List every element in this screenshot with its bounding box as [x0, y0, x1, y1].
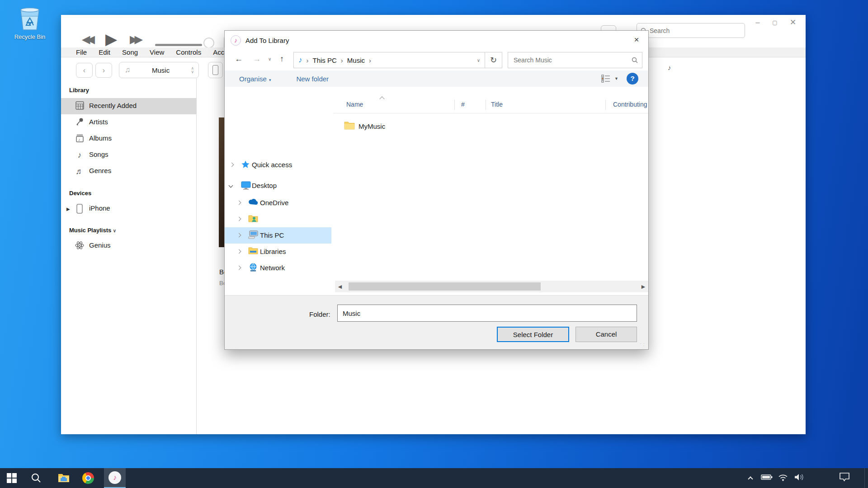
chevron-right-icon[interactable] [237, 217, 241, 221]
nav-forward-icon[interactable]: → [253, 54, 261, 64]
column-number[interactable]: # [461, 101, 465, 108]
column-contributing-artists[interactable]: Contributing artists [613, 101, 648, 108]
select-folder-button[interactable]: Select Folder [497, 327, 569, 342]
music-note-icon: ♫ [125, 66, 131, 75]
scroll-right-icon[interactable]: ▶ [638, 284, 648, 290]
tree-item-network[interactable]: Network [225, 260, 331, 276]
menu-edit[interactable]: Edit [93, 48, 116, 56]
menu-file[interactable]: File [70, 48, 93, 56]
nav-history-chevron-icon[interactable]: ∨ [268, 56, 271, 61]
minimize-button[interactable]: – [750, 17, 765, 28]
new-folder-button[interactable]: New folder [296, 75, 329, 83]
maximize-button[interactable]: ▢ [767, 17, 783, 28]
forward-button[interactable]: › [95, 63, 112, 78]
menu-song[interactable]: Song [116, 48, 144, 56]
tree-item-user-folder[interactable] [225, 211, 331, 227]
music-playlists-header[interactable]: Music Playlists ∨ [69, 227, 116, 234]
dialog-search-input[interactable] [514, 56, 632, 64]
view-dropdown-icon[interactable]: ▼ [614, 76, 618, 81]
address-dropdown-icon[interactable]: ∨ [477, 58, 480, 63]
chevron-down-icon[interactable] [229, 183, 233, 188]
show-desktop-button[interactable] [864, 468, 868, 488]
dialog-close-icon[interactable]: × [627, 31, 646, 49]
action-center-button[interactable] [836, 473, 853, 483]
file-name: MyMusic [359, 122, 385, 130]
chrome-button[interactable] [77, 468, 99, 488]
battery-icon[interactable] [759, 474, 775, 482]
organise-button[interactable]: Organise▾ [239, 75, 271, 83]
sidebar-item-albums[interactable]: ♪ Albums [61, 131, 197, 147]
sidebar-item-artists[interactable]: Artists [61, 114, 197, 131]
nav-back-icon[interactable]: ← [235, 54, 243, 64]
album-art-partial[interactable] [219, 117, 224, 247]
sidebar-item-iphone[interactable]: ▶ iPhone [61, 201, 197, 217]
chevron-right-icon[interactable] [237, 266, 241, 270]
dialog-footer: Folder: Select Folder Cancel . . . [225, 295, 648, 349]
tree-item-libraries[interactable]: Libraries [225, 244, 331, 260]
scrollbar-track[interactable] [345, 281, 638, 292]
sidebar-item-genius[interactable]: Genius [61, 238, 197, 254]
tree-item-desktop[interactable]: Desktop [225, 178, 331, 194]
close-button[interactable]: ✕ [785, 17, 801, 28]
volume-icon[interactable] [791, 473, 807, 483]
sidebar-item-label: Songs [89, 150, 108, 158]
disclosure-triangle-icon[interactable]: ▶ [66, 206, 70, 211]
sidebar-item-genres[interactable]: ♬ Genres [61, 163, 197, 179]
this-pc-icon [248, 230, 258, 240]
file-explorer-button[interactable] [53, 468, 75, 488]
chevron-right-icon[interactable] [237, 249, 241, 254]
tree-item-this-pc[interactable]: This PC [225, 227, 331, 244]
microphone-icon [75, 117, 85, 127]
show-hidden-icons-button[interactable] [742, 475, 759, 481]
dialog-content: Quick access Desktop OneDrive [225, 87, 648, 295]
network-globe-icon [248, 263, 258, 273]
resize-grip[interactable]: . . . [640, 342, 646, 347]
play-button[interactable]: ▶ [105, 30, 117, 48]
file-row-mymusic[interactable]: MyMusic [333, 119, 559, 134]
column-title[interactable]: Title [491, 101, 503, 108]
dialog-title-bar[interactable]: ♪ Add To Library × [225, 31, 648, 50]
fast-forward-button[interactable]: ▶▶ [130, 33, 139, 46]
recycle-bin-icon [18, 5, 42, 32]
scrollbar-thumb[interactable] [349, 282, 541, 291]
back-button[interactable]: ‹ [76, 63, 93, 78]
details-view-icon[interactable] [601, 74, 611, 84]
nav-up-icon[interactable]: ↑ [280, 54, 284, 64]
volume-slider[interactable] [155, 44, 202, 46]
device-button[interactable] [208, 62, 223, 78]
wifi-icon[interactable] [775, 473, 791, 483]
cancel-button[interactable]: Cancel [576, 327, 637, 342]
address-bar[interactable]: ♪ › This PC › Music › ∨ [293, 52, 485, 68]
refresh-button[interactable]: ↻ [485, 52, 502, 68]
taskbar-search-button[interactable] [25, 468, 47, 488]
breadcrumb-this-pc[interactable]: This PC [313, 56, 337, 64]
itunes-taskbar-button[interactable]: ♪ [104, 468, 126, 488]
help-button[interactable]: ? [627, 73, 638, 84]
rewind-button[interactable]: ◀◀ [82, 33, 91, 46]
chevron-right-icon[interactable] [237, 233, 241, 238]
itunes-search-box[interactable] [637, 23, 745, 38]
chevron-right-icon[interactable] [237, 201, 241, 205]
tree-item-onedrive[interactable]: OneDrive [225, 195, 331, 211]
scroll-left-icon[interactable]: ◀ [335, 284, 345, 290]
recycle-bin[interactable]: Recycle Bin [8, 5, 52, 40]
chrome-icon [82, 472, 94, 484]
sidebar-item-songs[interactable]: ♪ Songs [61, 147, 197, 163]
sidebar-item-label: Artists [89, 118, 108, 126]
genius-atom-icon [75, 241, 85, 251]
sidebar-item-recently-added[interactable]: Recently Added [61, 98, 197, 114]
folder-name-input[interactable] [337, 305, 637, 322]
onedrive-cloud-icon [248, 198, 258, 208]
breadcrumb-music[interactable]: Music [347, 56, 365, 64]
chevron-right-icon[interactable] [230, 163, 234, 167]
dialog-search-box[interactable] [508, 52, 642, 68]
media-kind-selector[interactable]: ♫ Music ∧∨ [119, 62, 199, 78]
start-button[interactable] [1, 468, 23, 488]
desktop-icon [241, 181, 251, 191]
column-name[interactable]: Name [346, 101, 363, 108]
menu-controls[interactable]: Controls [170, 48, 207, 56]
itunes-search-input[interactable] [650, 27, 731, 34]
horizontal-scrollbar[interactable]: ◀ ▶ [335, 281, 648, 292]
tree-item-quick-access[interactable]: Quick access [225, 157, 331, 173]
menu-view[interactable]: View [144, 48, 170, 56]
